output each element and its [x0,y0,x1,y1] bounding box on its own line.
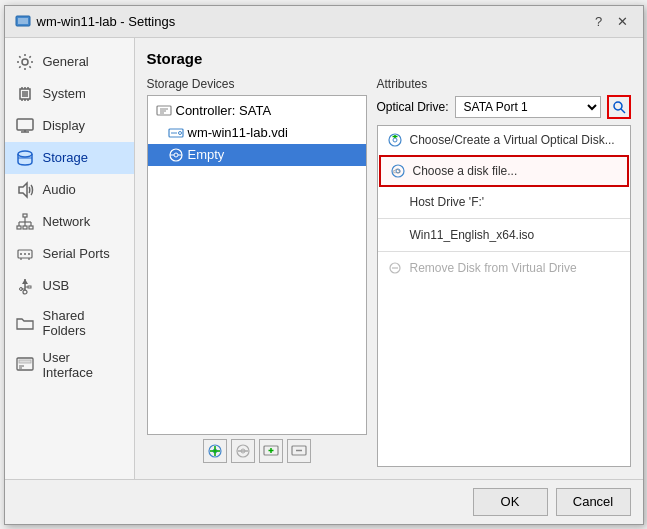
sidebar-item-storage[interactable]: Storage [5,142,134,174]
svg-point-51 [174,153,178,157]
svg-line-67 [621,109,625,113]
sidebar-item-user-interface[interactable]: User Interface [5,344,134,386]
dropdown-divider-1 [378,218,630,219]
sidebar-label-audio: Audio [43,182,76,197]
title-buttons: ? ✕ [589,11,633,31]
dropdown-label-choose-create: Choose/Create a Virtual Optical Disk... [410,133,615,147]
vdi-label: wm-win11-lab.vdi [188,125,288,140]
settings-dialog: wm-win11-lab - Settings ? ✕ General [4,5,644,525]
dropdown-item-win11-iso[interactable]: Win11_English_x64.iso [378,221,630,249]
hdd-icon [168,125,184,141]
sidebar-item-audio[interactable]: Audio [5,174,134,206]
svg-rect-1 [18,18,28,24]
cpu-icon [15,84,35,104]
sidebar-label-general: General [43,54,89,69]
sidebar-item-system[interactable]: System [5,78,134,110]
optical-drive-search-button[interactable] [607,95,631,119]
close-button[interactable]: ✕ [613,11,633,31]
serial-icon [15,244,35,264]
sidebar-label-serial-ports: Serial Ports [43,246,110,261]
add-controller-button[interactable] [259,439,283,463]
dropdown-item-choose-create[interactable]: Choose/Create a Virtual Optical Disk... [378,126,630,154]
dialog-body: General System [5,38,643,479]
dropdown-label-win11-iso: Win11_English_x64.iso [410,228,535,242]
usb-icon [15,276,35,296]
storage-devices-column: Storage Devices [147,77,367,467]
sidebar-label-system: System [43,86,86,101]
sidebar-item-usb[interactable]: USB [5,270,134,302]
disk-dropdown-menu: Choose/Create a Virtual Optical Disk... [377,125,631,467]
svg-point-69 [393,138,397,142]
svg-point-28 [24,253,26,255]
devices-tree: Controller: SATA wm-win11- [147,95,367,435]
sidebar-item-display[interactable]: Display [5,110,134,142]
host-drive-icon [386,193,404,211]
sidebar-label-user-interface: User Interface [43,350,124,380]
help-button[interactable]: ? [589,11,609,31]
svg-rect-34 [28,286,31,288]
dropdown-divider-2 [378,251,630,252]
svg-point-29 [28,253,30,255]
monitor-icon [15,116,35,136]
empty-label: Empty [188,147,225,162]
svg-point-2 [22,59,28,65]
sidebar-label-display: Display [43,118,86,133]
tree-item-vdi[interactable]: wm-win11-lab.vdi [148,122,366,144]
sidebar-label-usb: USB [43,278,70,293]
cd-empty-icon [168,147,184,163]
dialog-footer: OK Cancel [5,479,643,524]
storage-icon [15,148,35,168]
main-content: Storage Storage Devices [135,38,643,479]
section-title: Storage [147,50,631,67]
attributes-panel: Attributes Optical Drive: SATA Port 1 [377,77,631,467]
optical-drive-label: Optical Drive: [377,100,449,114]
svg-rect-4 [22,91,28,97]
devices-toolbar [147,435,367,467]
audio-icon [15,180,35,200]
dropdown-label-choose-disk-file: Choose a disk file... [413,164,518,178]
dropdown-item-choose-disk-file[interactable]: Choose a disk file... [379,155,629,187]
storage-panel: Storage Devices [147,77,631,467]
sidebar-label-storage: Storage [43,150,89,165]
attributes-label: Attributes [377,77,631,91]
cancel-button[interactable]: Cancel [556,488,631,516]
cd-add-icon [386,131,404,149]
svg-rect-11 [17,119,33,130]
app-icon [15,13,31,29]
dropdown-item-remove-disk: Remove Disk from Virtual Drive [378,254,630,282]
optical-drive-row: Optical Drive: SATA Port 1 [377,95,631,119]
dropdown-item-host-drive[interactable]: Host Drive 'F:' [378,188,630,216]
ui-icon [15,355,35,375]
remove-disk-icon [386,259,404,277]
sidebar-item-general[interactable]: General [5,46,134,78]
controller-label: Controller: SATA [176,103,272,118]
svg-rect-17 [23,214,27,217]
cd-folder-icon [389,162,407,180]
remove-controller-button[interactable] [287,439,311,463]
svg-point-66 [614,102,622,110]
sidebar-label-shared-folders: Shared Folders [43,308,124,338]
gear-icon [15,52,35,72]
tree-item-empty[interactable]: Empty [148,144,366,166]
tree-item-controller[interactable]: Controller: SATA [148,100,366,122]
dropdown-label-remove-disk: Remove Disk from Virtual Drive [410,261,577,275]
sidebar-item-shared-folders[interactable]: Shared Folders [5,302,134,344]
folder-icon [15,313,35,333]
iso-icon [386,226,404,244]
storage-devices-label: Storage Devices [147,77,367,91]
add-disk-button[interactable] [203,439,227,463]
sidebar-item-serial-ports[interactable]: Serial Ports [5,238,134,270]
remove-disk-button[interactable] [231,439,255,463]
window-title: wm-win11-lab - Settings [37,14,176,29]
ok-button[interactable]: OK [473,488,548,516]
sidebar: General System [5,38,135,479]
dropdown-label-host-drive: Host Drive 'F:' [410,195,485,209]
svg-rect-20 [29,226,33,229]
optical-drive-select[interactable]: SATA Port 1 [455,96,601,118]
svg-marker-33 [22,279,28,284]
title-bar: wm-win11-lab - Settings ? ✕ [5,6,643,38]
sidebar-item-network[interactable]: Network [5,206,134,238]
svg-point-48 [178,131,181,134]
svg-rect-19 [23,226,27,229]
network-icon [15,212,35,232]
